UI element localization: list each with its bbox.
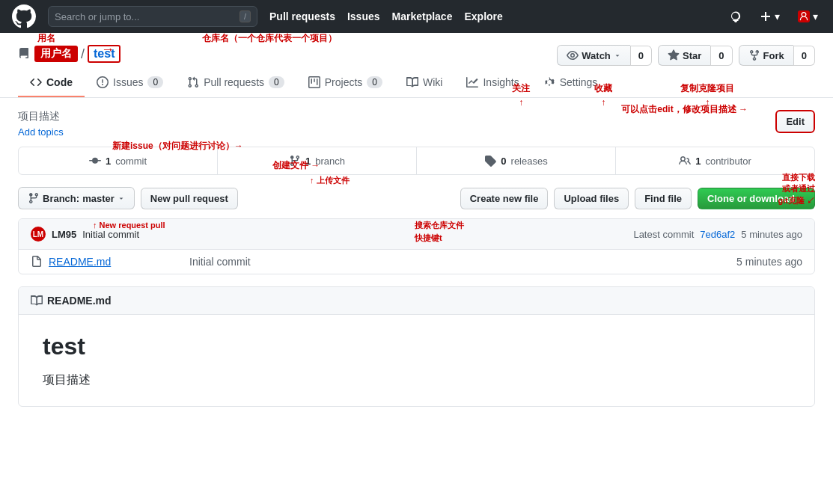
star-group: Star 0 — [658, 45, 733, 66]
tab-projects[interactable]: Projects 0 — [296, 69, 394, 97]
commit-hash-link[interactable]: 7ed6af2 — [700, 229, 735, 240]
nav-links: Pull requests Issues Marketplace Explore — [269, 10, 503, 22]
readme-title: test — [43, 333, 790, 360]
repo-content: 项目描述 Add topics Edit 可以点击edit，修改项目描述 → 1… — [0, 98, 833, 419]
readme-filename: README.md — [47, 295, 112, 307]
repo-header: 仓库名（一个仓库代表一个项目） 用名 用户名 / test → Watch — [0, 33, 833, 98]
stat-releases[interactable]: 0 releases — [417, 147, 616, 174]
stats-bar: 1 commit 1 branch 0 releases 1 contribut… — [18, 147, 815, 175]
repo-desc-area: 项目描述 Add topics Edit 可以点击edit，修改项目描述 → — [18, 110, 815, 138]
file-time: 5 minutes ago — [736, 256, 802, 268]
nav-marketplace[interactable]: Marketplace — [392, 10, 453, 22]
upload-files-button[interactable]: Upload files — [554, 188, 629, 209]
fork-button[interactable]: Fork — [739, 45, 793, 66]
commit-time: 5 minutes ago — [741, 229, 802, 240]
commit-avatar: LM — [31, 227, 46, 242]
repo-tabs: Code Issues 0 Pull requests 0 Projects 0… — [18, 69, 815, 97]
star-button[interactable]: Star — [658, 45, 710, 66]
watch-count[interactable]: 0 — [630, 46, 652, 66]
stat-branches[interactable]: 1 branch — [218, 147, 417, 174]
readme-box: README.md test 项目描述 — [18, 286, 815, 407]
clone-or-download-button[interactable]: Clone or download — [698, 188, 815, 209]
file-name-link[interactable]: README.md — [49, 256, 183, 268]
file-row: README.md Initial commit 5 minutes ago — [19, 250, 814, 274]
stat-commits[interactable]: 1 commit — [19, 147, 218, 174]
branch-select[interactable]: Branch: master — [18, 187, 135, 209]
star-count[interactable]: 0 — [710, 46, 732, 66]
avatar-button[interactable]: ▾ — [795, 7, 821, 25]
commit-author: LM95 — [52, 229, 76, 240]
new-pull-request-button[interactable]: New pull request — [141, 188, 238, 209]
search-box[interactable]: / — [48, 6, 257, 27]
nav-explore[interactable]: Explore — [464, 10, 502, 22]
commit-message: Initial commit — [82, 229, 139, 240]
search-input[interactable] — [55, 11, 237, 22]
tab-code[interactable]: Code — [18, 69, 85, 97]
readme-description: 项目描述 — [43, 372, 790, 388]
file-table-header: LM LM95 Initial commit Latest commit 7ed… — [19, 219, 814, 250]
tab-settings[interactable]: Settings — [531, 69, 610, 97]
tab-issues[interactable]: Issues 0 — [85, 69, 175, 97]
repo-description: 项目描述 — [18, 110, 64, 123]
repo-username[interactable]: 用户名 — [34, 46, 78, 62]
readme-header: README.md — [19, 287, 814, 315]
github-logo[interactable] — [12, 4, 36, 28]
file-commit-msg: Initial commit — [189, 256, 730, 268]
notifications-button[interactable] — [727, 7, 745, 25]
stat-contributors[interactable]: 1 contributor — [616, 147, 814, 174]
tab-wiki[interactable]: Wiki — [394, 69, 454, 97]
tab-insights[interactable]: Insights — [454, 69, 531, 97]
edit-button[interactable]: Edit — [775, 110, 815, 133]
file-table: LM LM95 Initial commit Latest commit 7ed… — [18, 218, 815, 274]
nav-issues[interactable]: Issues — [347, 10, 380, 22]
nav-pull-requests[interactable]: Pull requests — [269, 10, 335, 22]
fork-count[interactable]: 0 — [793, 46, 815, 66]
repo-header-right: Watch 0 Star 0 Fork 0 — [557, 45, 815, 66]
find-file-button[interactable]: Find file — [635, 188, 692, 209]
watch-button[interactable]: Watch — [557, 45, 630, 66]
action-bar: Branch: master New pull request Create n… — [18, 187, 815, 209]
watch-group: Watch 0 — [557, 45, 652, 66]
fork-group: Fork 0 — [739, 45, 815, 66]
add-topics-link[interactable]: Add topics — [18, 126, 64, 138]
create-new-file-button[interactable]: Create new file — [460, 188, 549, 209]
readme-content: test 项目描述 — [19, 315, 814, 406]
repo-name-link[interactable]: test — [88, 45, 120, 63]
new-button[interactable]: ▾ — [757, 7, 783, 25]
tab-pull-requests[interactable]: Pull requests 0 — [175, 69, 296, 97]
top-nav: / Pull requests Issues Marketplace Explo… — [0, 0, 833, 33]
search-kbd: / — [239, 10, 251, 22]
